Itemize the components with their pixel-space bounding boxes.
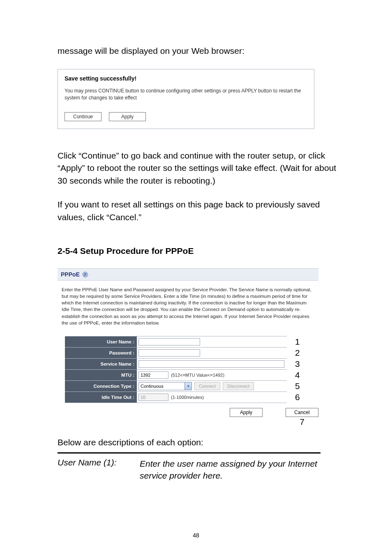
pppoe-form: 1 2 3 4 5 6 User Name : Password : Servi… — [65, 336, 287, 403]
help-icon[interactable]: ? — [82, 272, 88, 277]
pppoe-apply-button[interactable]: Apply — [230, 408, 263, 417]
connection-type-label: Connection Type : — [65, 381, 137, 391]
connection-type-select[interactable]: Continuous ▾ — [138, 382, 192, 390]
pppoe-title: PPPoE — [61, 271, 80, 278]
page-number: 48 — [0, 532, 392, 539]
username-label: User Name : — [65, 336, 137, 347]
service-name-input[interactable] — [138, 360, 284, 368]
annotation-7: 7 — [58, 417, 318, 427]
pppoe-panel: PPPoE ? Enter the PPPoE User Name and Pa… — [58, 268, 318, 417]
chevron-down-icon: ▾ — [184, 382, 191, 390]
body-paragraph-2: If you want to reset all settings on thi… — [58, 198, 339, 223]
password-label: Password : — [65, 348, 137, 358]
mtu-hint: (512<=MTU Value<=1492) — [171, 373, 224, 378]
annotation-numbers: 1 2 3 4 5 6 — [295, 336, 300, 403]
continue-button[interactable]: Continue — [65, 112, 101, 121]
apply-button[interactable]: Apply — [109, 112, 146, 121]
save-message: You may press CONTINUE button to continu… — [65, 88, 307, 101]
desc-label: User Name (1): — [58, 458, 127, 482]
section-heading: 2-5-4 Setup Procedure for PPPoE — [58, 246, 339, 256]
below-text: Below are descriptions of each option: — [58, 438, 339, 447]
body-paragraph-1: Click “Continue” to go back and continue… — [58, 150, 339, 187]
description-table: User Name (1): Enter the user name assig… — [58, 452, 321, 482]
desc-text: Enter the user name assigned by your Int… — [140, 458, 321, 482]
intro-text: message will be displayed on your Web br… — [58, 45, 339, 57]
pppoe-cancel-button[interactable]: Cancel — [286, 408, 318, 417]
username-input[interactable] — [138, 338, 200, 345]
save-title: Save setting successfully! — [65, 75, 307, 82]
mtu-input[interactable] — [138, 371, 168, 379]
idle-hint: (1-1000minutes) — [171, 395, 204, 400]
idle-timeout-label: Idle Time Out : — [65, 392, 137, 403]
connect-button[interactable]: Connect — [194, 382, 220, 390]
save-setting-panel: Save setting successfully! You may press… — [58, 69, 314, 129]
password-input[interactable] — [138, 349, 200, 357]
mtu-label: MTU : — [65, 370, 137, 380]
service-name-label: Service Name : — [65, 359, 137, 369]
disconnect-button[interactable]: Disconnect — [223, 382, 254, 390]
pppoe-description: Enter the PPPoE User Name and Password a… — [58, 281, 318, 336]
idle-timeout-input — [138, 394, 168, 401]
connection-type-value: Continuous — [141, 384, 164, 389]
